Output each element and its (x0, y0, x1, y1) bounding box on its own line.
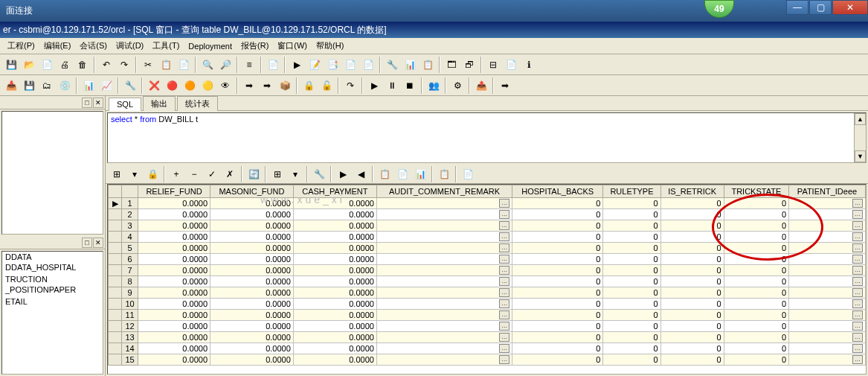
cell-expand-icon[interactable]: … (499, 344, 509, 353)
grid-tb-btn-23[interactable]: 📋 (436, 166, 452, 182)
cell[interactable]: 0 (603, 310, 660, 321)
cell[interactable]: … (789, 265, 866, 276)
table-row[interactable]: 50.00000.00000.0000…0000… (109, 243, 866, 254)
cell-expand-icon[interactable]: … (852, 255, 863, 264)
cell[interactable]: … (789, 198, 866, 209)
col-header-relief_fund[interactable]: RELIEF_FUND (138, 185, 210, 198)
close-button[interactable]: ✕ (832, 0, 868, 15)
row-marker[interactable] (109, 254, 122, 265)
tb1-btn-35[interactable]: ℹ (521, 57, 537, 73)
row-number[interactable]: 7 (122, 265, 138, 276)
maximize-button[interactable]: ▢ (809, 0, 832, 15)
cell[interactable]: 0 (512, 198, 603, 209)
tb2-btn-29[interactable]: 👥 (425, 77, 442, 94)
cell[interactable]: … (376, 243, 512, 254)
cell[interactable]: 0.0000 (293, 332, 376, 343)
tree-item-6[interactable]: ETAIL (2, 296, 103, 307)
cell[interactable]: 0.0000 (293, 254, 376, 265)
grid-tb-btn-6[interactable]: ✓ (204, 166, 220, 182)
cell[interactable]: 0.0000 (210, 354, 294, 366)
grid-tb-btn-5[interactable]: − (186, 166, 202, 182)
cell-expand-icon[interactable]: … (499, 355, 509, 364)
row-marker[interactable] (109, 276, 122, 287)
tb2-btn-23[interactable]: ↷ (342, 77, 359, 94)
row-number[interactable]: 4 (122, 232, 138, 243)
tb2-btn-13[interactable]: 🟡 (199, 77, 216, 94)
cell[interactable]: 0 (603, 299, 660, 310)
cell[interactable]: 0 (724, 198, 788, 209)
cell[interactable]: … (376, 198, 512, 209)
tb1-btn-31[interactable]: 🗗 (461, 57, 478, 73)
cell[interactable]: 0 (724, 254, 788, 265)
cell-expand-icon[interactable]: … (499, 299, 509, 308)
tb2-btn-12[interactable]: 🟠 (181, 77, 198, 94)
row-number[interactable]: 6 (122, 254, 138, 265)
row-marker[interactable] (109, 265, 122, 276)
row-number[interactable]: 14 (122, 343, 138, 354)
table-row[interactable]: ▶10.00000.00000.0000…0000… (109, 198, 866, 209)
cell[interactable]: 0.0000 (138, 276, 210, 287)
tb1-btn-22[interactable]: 📑 (324, 57, 341, 73)
row-marker[interactable] (109, 232, 122, 243)
cell[interactable]: 0.0000 (210, 265, 294, 276)
tb1-btn-28[interactable]: 📋 (419, 57, 436, 73)
cell[interactable]: 0 (603, 198, 660, 209)
cell[interactable]: 0.0000 (138, 354, 210, 366)
tb1-btn-20[interactable]: ▶ (289, 57, 305, 73)
cell[interactable]: 0 (724, 232, 788, 243)
cell[interactable]: … (789, 332, 866, 343)
cell[interactable]: … (789, 299, 866, 310)
cell[interactable]: 0.0000 (138, 209, 210, 220)
cell[interactable]: … (376, 209, 512, 220)
grid-tb-btn-19[interactable]: 📋 (376, 166, 393, 182)
grid-tb-btn-17[interactable]: ◀ (353, 166, 369, 182)
grid-tb-btn-16[interactable]: ▶ (335, 166, 351, 182)
row-marker[interactable] (109, 354, 122, 366)
cell-expand-icon[interactable]: … (852, 243, 863, 252)
cell[interactable]: 0.0000 (293, 232, 376, 243)
tb2-btn-16[interactable]: ➡ (241, 77, 257, 94)
cell[interactable]: 0 (724, 265, 788, 276)
cell[interactable]: 0 (724, 354, 788, 366)
panel-close-icon[interactable]: ✕ (93, 98, 103, 108)
tb2-btn-6[interactable]: 📈 (98, 77, 115, 94)
cell[interactable]: … (789, 276, 866, 287)
cell[interactable]: 0 (660, 287, 724, 299)
cell[interactable]: 0 (512, 243, 603, 254)
cell-expand-icon[interactable]: … (852, 232, 863, 241)
cell[interactable]: 0 (603, 209, 660, 220)
row-marker[interactable] (109, 220, 122, 232)
col-header-ruletype[interactable]: RULETYPE (603, 185, 660, 198)
cell[interactable]: 0.0000 (293, 265, 376, 276)
cell[interactable]: 0 (660, 354, 724, 366)
row-marker[interactable] (109, 243, 122, 254)
tb2-btn-18[interactable]: 📦 (277, 77, 293, 94)
notification-badge[interactable]: 49 (704, 0, 734, 18)
cell[interactable]: 0.0000 (210, 321, 294, 332)
cell[interactable]: 0 (512, 254, 603, 265)
cell-expand-icon[interactable]: … (499, 221, 509, 230)
cell[interactable]: … (789, 287, 866, 299)
cell[interactable]: 0.0000 (210, 232, 294, 243)
tree-2[interactable]: DDATADDATA_HOSPITALTRUCTION_POSITIONPAPE… (1, 251, 103, 375)
tb2-btn-33[interactable]: 📤 (473, 77, 489, 94)
tree-item-0[interactable]: DDATA (2, 252, 103, 262)
table-row[interactable]: 100.00000.00000.0000…0000… (109, 299, 866, 310)
col-header-hospital_backs[interactable]: HOSPITAL_BACKS (512, 185, 603, 198)
tb1-btn-21[interactable]: 📝 (306, 57, 323, 73)
tb1-btn-6[interactable]: ↶ (98, 57, 115, 73)
cell[interactable]: 0.0000 (293, 198, 376, 209)
cell[interactable]: 0 (512, 276, 603, 287)
cell[interactable]: … (789, 343, 866, 354)
cell-expand-icon[interactable]: … (499, 199, 509, 208)
cell[interactable]: 0.0000 (210, 332, 294, 343)
tb2-btn-8[interactable]: 🔧 (122, 77, 138, 94)
tb1-btn-27[interactable]: 📊 (402, 57, 418, 73)
cell[interactable]: 0 (724, 287, 788, 299)
tab-sql[interactable]: SQL (109, 98, 141, 111)
panel-pin-icon[interactable]: □ (82, 238, 92, 248)
row-number[interactable]: 5 (122, 243, 138, 254)
cell[interactable]: 0 (660, 265, 724, 276)
tb1-btn-10[interactable]: 📋 (158, 57, 174, 73)
tb1-btn-30[interactable]: 🗔 (443, 57, 460, 73)
